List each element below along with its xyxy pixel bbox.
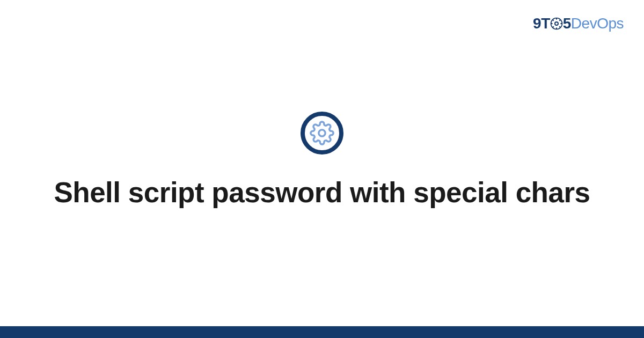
main-content: Shell script password with special chars [0, 0, 644, 322]
gear-icon [301, 112, 343, 155]
svg-point-2 [319, 130, 325, 136]
bottom-accent-bar [0, 326, 644, 338]
page-title: Shell script password with special chars [54, 175, 590, 210]
